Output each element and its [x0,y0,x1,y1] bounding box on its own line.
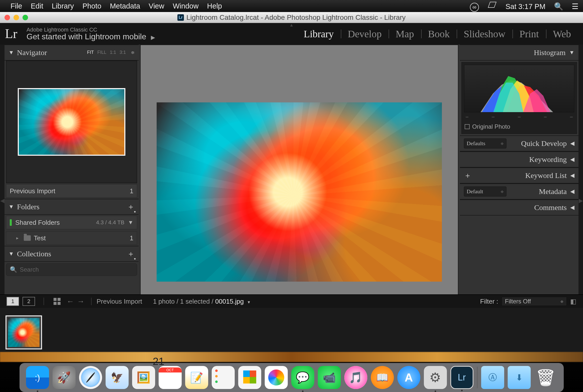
lightroom-window: ▲ Lr Adobe Lightroom Classic CC Get star… [0,23,583,357]
filmstrip[interactable]: ▼ [0,308,583,357]
dock-icon-messages[interactable] [291,366,314,389]
histogram-panel-header[interactable]: Histogram ▼ [460,45,578,61]
histogram-panel-body: ––––– Original Photo [461,62,577,134]
dock-icon-safari[interactable] [79,366,102,389]
original-photo-toggle[interactable]: Original Photo [465,123,574,130]
menubar-extra-icon[interactable] [487,1,497,9]
go-forward-button[interactable]: → [77,297,85,306]
dock-icon-reminders[interactable] [212,366,235,389]
zoom-window-button[interactable] [23,15,28,20]
module-slideshow[interactable]: Slideshow [457,28,512,40]
dock-icon-ibooks[interactable] [371,366,394,389]
collections-search-input[interactable]: 🔍 Search [6,263,137,276]
dock-icon-calendar[interactable] [159,366,182,389]
dock-icon-preview[interactable] [132,366,155,389]
triangle-down-icon[interactable]: ▼ [128,219,133,226]
folders-panel-header[interactable]: ▼ Folders ＋ [5,199,139,215]
module-map[interactable]: Map [389,28,421,40]
checkbox-icon[interactable] [465,124,470,129]
quick-develop-panel-header[interactable]: Defaults≑ Quick Develop ◀ [460,135,578,151]
keywording-panel-header[interactable]: Keywording ◀ [460,151,578,167]
navigator-zoom-3-1[interactable]: 3:1 [120,50,126,55]
module-develop[interactable]: Develop [341,28,389,40]
menu-window[interactable]: Window [173,2,198,10]
spotlight-icon[interactable]: 🔍 [554,2,563,11]
triangle-down-icon: ▼ [569,49,574,56]
mobile-cta[interactable]: Get started with Lightroom mobile ▶ [27,33,155,41]
secondary-display-1[interactable]: 1 [7,297,19,306]
identity-module-bar: ▲ Lr Adobe Lightroom Classic CC Get star… [0,23,583,45]
dock-icon-system-preferences[interactable] [424,366,447,389]
menu-metadata[interactable]: Metadata [110,2,140,10]
menu-help[interactable]: Help [207,2,222,10]
dock-folder-applications[interactable]: Ⓐ [481,366,504,389]
menu-photo[interactable]: Photo [82,2,101,10]
dock-separator [477,367,478,388]
dock-icon-trash[interactable] [534,366,557,389]
navigator-zoom-1-1[interactable]: 1:1 [110,50,116,55]
dock-icon-facetime[interactable] [318,366,341,389]
dock-icon-notes[interactable] [185,366,208,389]
add-keyword-button[interactable]: ＋ [464,170,471,181]
catalog-item-previous-import[interactable]: Previous Import 1 [6,184,137,198]
dock-folder-downloads[interactable]: ⬇︎ [508,366,531,389]
document-proxy-icon[interactable]: Lr [177,14,184,21]
keyword-list-panel-header[interactable]: ＋ Keyword List ◀ [460,167,578,183]
module-print[interactable]: Print [512,28,546,40]
dock-icon-lightroom[interactable] [450,366,473,389]
filter-lock-icon[interactable]: ◧ [570,298,576,305]
identity-plate[interactable]: Lr [5,27,23,41]
dock-icon-mail[interactable] [106,366,129,389]
minimize-window-button[interactable] [14,15,19,20]
metadata-preset-select[interactable]: Default≑ [464,186,506,197]
folder-icon [24,235,31,241]
module-picker: Library Develop Map Book Slideshow Print… [297,28,578,40]
secondary-display-2[interactable]: 2 [23,297,35,306]
close-window-button[interactable] [5,15,10,20]
folder-row[interactable]: ▸ Test 1 [6,231,137,245]
product-name: Adobe Lightroom Classic CC [27,27,155,33]
catalog-item-label: Previous Import [10,187,55,195]
disclosure-triangle-icon[interactable]: ▸ [16,235,21,241]
add-collection-button[interactable]: ＋ [127,249,135,259]
navigator-zoom-fill[interactable]: FILL [97,50,106,55]
metadata-title: Metadata [539,187,567,196]
notification-center-icon[interactable]: ☰ [572,2,578,11]
histogram-graph[interactable] [464,65,574,112]
quick-develop-preset-select[interactable]: Defaults≑ [464,138,506,148]
triangle-left-icon: ◀ [570,156,574,163]
dock-icon-launchpad[interactable] [53,366,76,389]
filter-select[interactable]: Filters Off≑ [502,297,567,306]
dock-icon-finder[interactable] [26,366,49,389]
navigator-zoom-fit[interactable]: FIT [87,50,94,55]
dock-icon-itunes[interactable] [344,366,367,389]
metadata-panel-header[interactable]: Default≑ Metadata ◀ [460,183,578,200]
dock-icon-photos[interactable] [265,366,288,389]
creative-cloud-icon[interactable]: ∞ [470,3,479,12]
module-book[interactable]: Book [421,28,457,40]
menu-view[interactable]: View [149,2,164,10]
grid-icon[interactable] [54,298,61,305]
dock-icon-ms-office[interactable] [238,366,261,389]
module-web[interactable]: Web [546,28,578,40]
menu-library[interactable]: Library [52,2,74,10]
volume-row[interactable]: Shared Folders 4.3 / 4.4 TB ▼ [6,216,137,229]
navigator-panel-header[interactable]: ▼ Navigator FIT FILL 1:1 3:1 ≑ [5,45,139,61]
comments-panel-header[interactable]: Comments ◀ [460,200,578,216]
menu-file[interactable]: File [11,2,22,10]
search-icon: 🔍 [10,266,17,273]
module-library[interactable]: Library [297,28,341,40]
macos-menubar: Lightroom File Edit Library Photo Metada… [0,0,583,12]
clock[interactable]: Sat 3:17 PM [505,3,545,11]
navigator-preview[interactable] [18,88,125,156]
dock-icon-app-store[interactable] [397,366,420,389]
add-folder-button[interactable]: ＋ [127,202,135,212]
go-back-button[interactable]: ← [67,297,74,306]
filmstrip-thumbnail[interactable] [6,315,42,349]
chevron-down-icon[interactable]: ▾ [248,300,250,305]
top-panel-toggle-icon[interactable]: ▲ [289,23,294,28]
navigator-zoom-menu-icon[interactable]: ≑ [131,50,135,55]
collections-panel-header[interactable]: ▼ Collections ＋ [5,246,139,262]
menu-edit[interactable]: Edit [31,2,43,10]
filmstrip-source[interactable]: Previous Import 1 photo / 1 selected / 0… [97,298,250,305]
